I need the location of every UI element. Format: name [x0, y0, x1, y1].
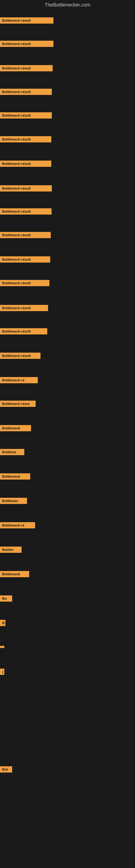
bottleneck-result-label: Bottleneck result — [0, 65, 53, 71]
bottleneck-result-label: Bottleneck — [0, 425, 31, 431]
list-item: Bottleneck result — [0, 89, 52, 96]
list-item: Bottleneck result — [0, 328, 47, 336]
list-item: Bottleneck result — [0, 280, 49, 287]
list-item: | — [0, 669, 4, 676]
list-item — [0, 644, 4, 649]
list-item: Bottleneck re — [0, 377, 38, 384]
list-item: Bottleneck result — [0, 352, 41, 360]
list-item: B — [0, 620, 5, 627]
bottleneck-result-label: B — [0, 620, 5, 626]
list-item: Bottleneck resul — [0, 401, 36, 408]
bottleneck-result-label: Bottlenec — [0, 498, 27, 504]
site-title: TheBottlenecker.com — [0, 0, 135, 10]
bottleneck-result-label: | — [0, 669, 4, 675]
bottleneck-result-label: Bot — [0, 766, 12, 773]
list-item: Bottleneck — [0, 473, 30, 480]
bottleneck-result-label: Bottler — [0, 547, 21, 553]
list-item: Bottleneck result — [0, 161, 51, 168]
bottleneck-result-label: Bottleneck result — [0, 232, 51, 238]
bottleneck-result-label: Bottleneck result — [0, 208, 52, 215]
list-item: Bottleneck result — [0, 208, 52, 216]
list-item: Bottleneck result — [0, 232, 51, 239]
bottleneck-result-label — [0, 646, 4, 648]
list-item: Bottleneck — [0, 425, 31, 432]
bottleneck-result-label: Bottleneck re — [0, 377, 38, 383]
bottleneck-result-label: Bottleneck result — [0, 352, 41, 359]
list-item: Bottler — [0, 547, 21, 554]
list-item: Bottleneck result — [0, 18, 53, 25]
bottleneck-result-label: Bottleneck re — [0, 522, 35, 528]
bottleneck-result-label: Bottleneck result — [0, 256, 50, 262]
list-item: Bot — [0, 766, 12, 774]
bottleneck-result-label: Bottleneck result — [0, 136, 51, 143]
list-item: Bottleneck — [0, 571, 29, 578]
list-item: Bottlene — [0, 449, 24, 456]
bottleneck-result-label: Bottleneck — [0, 473, 30, 479]
bottleneck-result-label: Bottleneck result — [0, 112, 52, 119]
list-item: Bottleneck result — [0, 256, 50, 264]
bottleneck-result-label: Bottleneck result — [0, 89, 52, 95]
bottleneck-result-label: Bottleneck result — [0, 41, 53, 47]
bottleneck-result-label: Bottlene — [0, 449, 24, 455]
bottleneck-result-label: Bottleneck resul — [0, 401, 36, 407]
bottleneck-result-label: Bottleneck result — [0, 161, 51, 167]
list-item: Bottleneck re — [0, 522, 35, 529]
list-item: Bottleneck result — [0, 136, 51, 144]
list-item: Bottleneck result — [0, 41, 53, 48]
bottleneck-result-label: Bottleneck result — [0, 18, 53, 24]
list-item: Bo — [0, 595, 12, 603]
bottleneck-result-label: Bottleneck result — [0, 305, 48, 311]
bottleneck-result-label: Bottleneck result — [0, 328, 47, 335]
list-item: Bottleneck result — [0, 112, 52, 120]
list-item: Bottleneck result — [0, 185, 52, 193]
bottleneck-result-label: Bottleneck — [0, 571, 29, 577]
bottleneck-result-label: Bottleneck result — [0, 280, 49, 286]
list-item: Bottlenec — [0, 498, 27, 505]
bottleneck-result-label: Bottleneck result — [0, 185, 52, 191]
list-item: Bottleneck result — [0, 65, 53, 72]
bottleneck-result-label: Bo — [0, 595, 12, 601]
list-item: Bottleneck result — [0, 305, 48, 312]
